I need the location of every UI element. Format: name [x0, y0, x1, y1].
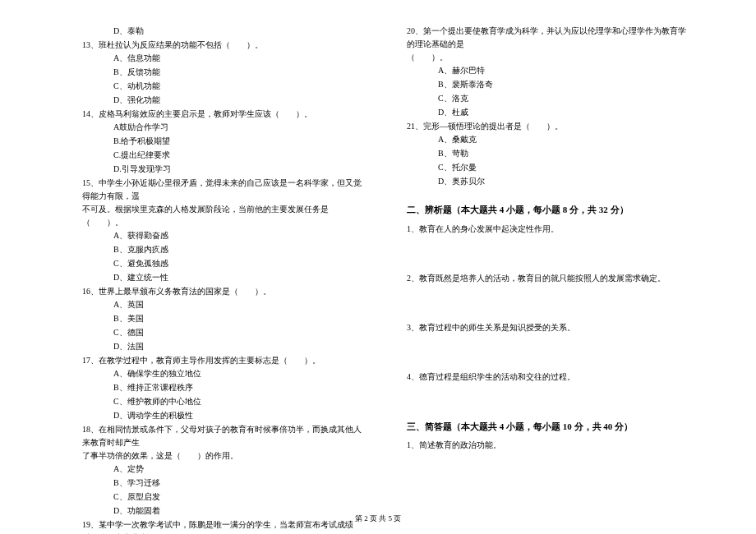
q20-stem-line1: 20、第一个提出要使教育学成为科学，并认为应以伦理学和心理学作为教育学的理论基础… [407, 25, 690, 51]
q17-option-a: A、确保学生的独立地位 [82, 367, 366, 380]
q16-stem: 16、世界上最早颁布义务教育法的国家是（ ）。 [82, 285, 366, 298]
q13-option-b: B、反馈功能 [82, 66, 366, 79]
q21-option-a: A、桑戴克 [407, 133, 690, 146]
q20-option-c: C、洛克 [407, 92, 690, 105]
q14-option-c: C.提出纪律要求 [82, 149, 366, 162]
right-column: 20、第一个提出要使教育学成为科学，并认为应以伦理学和心理学作为教育学的理论基础… [378, 25, 731, 534]
q16-option-b: B、美国 [82, 312, 366, 325]
q13-option-d: D、强化功能 [82, 94, 366, 107]
q20-option-a: A、赫尔巴特 [407, 64, 690, 77]
q17-option-c: C、维护教师的中心地位 [82, 395, 366, 408]
q18-option-a: A、定势 [82, 463, 366, 476]
q15-stem-line2: 不可及。根据埃里克森的人格发展阶段论，当前他的主要发展任务是（ ）。 [82, 203, 366, 229]
q13-option-a: A、信息功能 [82, 52, 366, 65]
q14-stem: 14、皮格马利翁效应的主要启示是，教师对学生应该（ ）。 [82, 108, 366, 121]
section-2-title: 二、辨析题（本大题共 4 小题，每小题 8 分，共 32 分） [407, 203, 690, 218]
exam-page: D、泰勒 13、班杜拉认为反应结果的功能不包括（ ）。 A、信息功能 B、反馈功… [0, 0, 756, 534]
q18-option-b: B、学习迁移 [82, 476, 366, 490]
q21-option-d: D、奥苏贝尔 [407, 175, 690, 188]
q12-option-d: D、泰勒 [82, 25, 366, 38]
q17-option-d: D、调动学生的积极性 [82, 409, 366, 422]
q14-option-a: A鼓励合作学习 [82, 121, 366, 134]
section-3-title: 三、简答题（本大题共 4 小题，每小题 10 分，共 40 分） [407, 420, 690, 435]
q13-option-c: C、动机功能 [82, 80, 366, 93]
q13-stem: 13、班杜拉认为反应结果的功能不包括（ ）。 [82, 39, 366, 52]
q16-option-a: A、英国 [82, 298, 366, 311]
page-footer: 第 2 页 共 5 页 [0, 513, 756, 524]
q16-option-c: C、德国 [82, 326, 366, 339]
q14-option-b: B.给予积极期望 [82, 135, 366, 148]
q15-stem-line1: 15、中学生小孙近期心里很矛盾，觉得未来的自己应该是一名科学家，但又觉得能力有限… [82, 177, 366, 203]
q15-option-a: A、获得勤奋感 [82, 229, 366, 242]
section3-q1: 1、简述教育的政治功能。 [407, 439, 690, 452]
q15-option-b: B、克服内疚感 [82, 243, 366, 256]
section2-q3: 3、教育过程中的师生关系是知识授受的关系。 [407, 321, 690, 334]
q20-stem-line2: （ ）。 [407, 51, 690, 64]
q20-option-b: B、裴斯泰洛奇 [407, 78, 690, 91]
q18-option-c: C、原型启发 [82, 490, 366, 504]
q21-option-c: C、托尔曼 [407, 161, 690, 174]
q20-option-d: D、杜威 [407, 106, 690, 119]
q15-option-c: C、避免孤独感 [82, 257, 366, 270]
section2-q2: 2、教育既然是培养人的活动，教育目的就只能按照人的发展需求确定。 [407, 272, 690, 285]
q21-option-b: B、苛勒 [407, 147, 690, 160]
q18-stem-line2: 了事半功倍的效果，这是（ ）的作用。 [82, 449, 366, 463]
section2-q1: 1、教育在人的身心发展中起决定性作用。 [407, 223, 690, 236]
q21-stem: 21、完形—顿悟理论的提出者是（ ）。 [407, 120, 690, 133]
left-column: D、泰勒 13、班杜拉认为反应结果的功能不包括（ ）。 A、信息功能 B、反馈功… [25, 25, 378, 534]
q17-option-b: B、维持正常课程秩序 [82, 381, 366, 394]
q16-option-d: D、法国 [82, 340, 366, 353]
q18-stem-line1: 18、在相同情景或条件下，父母对孩子的教育有时候事倍功半，而换成其他人来教育时却… [82, 423, 366, 449]
q14-option-d: D.引导发现学习 [82, 163, 366, 176]
section2-q4: 4、德育过程是组织学生的活动和交往的过程。 [407, 371, 690, 384]
q15-option-d: D、建立统一性 [82, 271, 366, 284]
q17-stem: 17、在教学过程中，教育师主导作用发挥的主要标志是（ ）。 [82, 354, 366, 367]
